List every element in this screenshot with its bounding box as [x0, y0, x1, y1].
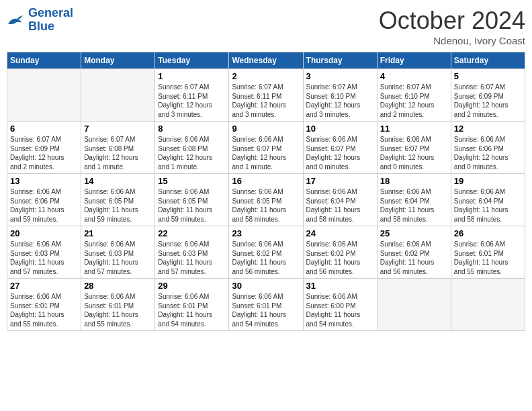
day-number: 27 — [10, 281, 78, 291]
calendar-cell: 28Sunrise: 6:06 AM Sunset: 6:01 PM Dayli… — [81, 279, 155, 331]
calendar-cell: 14Sunrise: 6:06 AM Sunset: 6:05 PM Dayli… — [81, 174, 155, 226]
calendar-cell — [377, 279, 451, 331]
day-info: Sunrise: 6:06 AM Sunset: 6:02 PM Dayligh… — [306, 240, 374, 276]
day-number: 9 — [232, 124, 300, 134]
day-info: Sunrise: 6:06 AM Sunset: 6:03 PM Dayligh… — [84, 240, 152, 276]
day-number: 7 — [84, 124, 152, 134]
calendar-cell — [81, 69, 155, 122]
day-number: 25 — [380, 228, 448, 238]
day-number: 29 — [158, 281, 226, 291]
day-number: 24 — [306, 228, 374, 238]
calendar-cell — [7, 69, 81, 122]
day-number: 22 — [158, 228, 226, 238]
day-info: Sunrise: 6:06 AM Sunset: 6:01 PM Dayligh… — [158, 292, 226, 328]
calendar-cell: 13Sunrise: 6:06 AM Sunset: 6:06 PM Dayli… — [7, 174, 81, 226]
day-info: Sunrise: 6:06 AM Sunset: 6:06 PM Dayligh… — [454, 135, 522, 171]
day-number: 28 — [84, 281, 152, 291]
day-number: 15 — [158, 176, 226, 186]
calendar-table: SundayMondayTuesdayWednesdayThursdayFrid… — [7, 52, 525, 331]
day-number: 8 — [158, 124, 226, 134]
calendar-cell: 3Sunrise: 6:07 AM Sunset: 6:10 PM Daylig… — [303, 69, 377, 122]
weekday-header-row: SundayMondayTuesdayWednesdayThursdayFrid… — [7, 52, 525, 69]
day-number: 30 — [232, 281, 300, 291]
calendar-cell: 12Sunrise: 6:06 AM Sunset: 6:06 PM Dayli… — [451, 122, 525, 174]
calendar-week-row: 6Sunrise: 6:07 AM Sunset: 6:09 PM Daylig… — [7, 122, 525, 174]
calendar-cell: 20Sunrise: 6:06 AM Sunset: 6:03 PM Dayli… — [7, 226, 81, 279]
day-info: Sunrise: 6:06 AM Sunset: 6:08 PM Dayligh… — [158, 135, 226, 171]
calendar-cell: 8Sunrise: 6:06 AM Sunset: 6:08 PM Daylig… — [155, 122, 229, 174]
calendar-cell: 1Sunrise: 6:07 AM Sunset: 6:11 PM Daylig… — [155, 69, 229, 122]
weekday-header: Saturday — [451, 52, 525, 69]
calendar-cell: 31Sunrise: 6:06 AM Sunset: 6:00 PM Dayli… — [303, 279, 377, 331]
day-info: Sunrise: 6:06 AM Sunset: 6:02 PM Dayligh… — [232, 240, 300, 276]
day-info: Sunrise: 6:07 AM Sunset: 6:10 PM Dayligh… — [380, 83, 448, 119]
location-subtitle: Ndenou, Ivory Coast — [379, 35, 525, 46]
logo-text: General Blue — [28, 7, 73, 34]
day-number: 16 — [232, 176, 300, 186]
calendar-cell: 23Sunrise: 6:06 AM Sunset: 6:02 PM Dayli… — [229, 226, 303, 279]
calendar-cell: 29Sunrise: 6:06 AM Sunset: 6:01 PM Dayli… — [155, 279, 229, 331]
calendar-cell: 27Sunrise: 6:06 AM Sunset: 6:01 PM Dayli… — [7, 279, 81, 331]
title-block: October 2024 Ndenou, Ivory Coast — [379, 7, 525, 46]
day-info: Sunrise: 6:07 AM Sunset: 6:08 PM Dayligh… — [84, 135, 152, 171]
weekday-header: Tuesday — [155, 52, 229, 69]
calendar-cell: 7Sunrise: 6:07 AM Sunset: 6:08 PM Daylig… — [81, 122, 155, 174]
calendar-cell: 11Sunrise: 6:06 AM Sunset: 6:07 PM Dayli… — [377, 122, 451, 174]
day-info: Sunrise: 6:07 AM Sunset: 6:11 PM Dayligh… — [232, 83, 300, 119]
weekday-header: Sunday — [7, 52, 81, 69]
day-info: Sunrise: 6:07 AM Sunset: 6:09 PM Dayligh… — [10, 135, 78, 171]
day-number: 19 — [454, 176, 522, 186]
weekday-header: Monday — [81, 52, 155, 69]
calendar-cell: 26Sunrise: 6:06 AM Sunset: 6:01 PM Dayli… — [451, 226, 525, 279]
page-header: General Blue October 2024 Ndenou, Ivory … — [7, 7, 525, 46]
calendar-cell: 22Sunrise: 6:06 AM Sunset: 6:03 PM Dayli… — [155, 226, 229, 279]
day-info: Sunrise: 6:06 AM Sunset: 6:00 PM Dayligh… — [306, 292, 374, 328]
day-info: Sunrise: 6:06 AM Sunset: 6:04 PM Dayligh… — [380, 187, 448, 224]
day-number: 6 — [10, 124, 78, 134]
day-number: 2 — [232, 71, 300, 81]
day-info: Sunrise: 6:06 AM Sunset: 6:01 PM Dayligh… — [84, 292, 152, 328]
day-number: 14 — [84, 176, 152, 186]
day-number: 1 — [158, 71, 226, 81]
day-info: Sunrise: 6:06 AM Sunset: 6:03 PM Dayligh… — [158, 240, 226, 276]
day-info: Sunrise: 6:06 AM Sunset: 6:03 PM Dayligh… — [10, 240, 78, 276]
calendar-cell: 30Sunrise: 6:06 AM Sunset: 6:01 PM Dayli… — [229, 279, 303, 331]
calendar-week-row: 1Sunrise: 6:07 AM Sunset: 6:11 PM Daylig… — [7, 69, 525, 122]
day-number: 31 — [306, 281, 374, 291]
day-number: 21 — [84, 228, 152, 238]
day-number: 3 — [306, 71, 374, 81]
calendar-cell: 18Sunrise: 6:06 AM Sunset: 6:04 PM Dayli… — [377, 174, 451, 226]
day-info: Sunrise: 6:07 AM Sunset: 6:11 PM Dayligh… — [158, 83, 226, 119]
calendar-cell: 9Sunrise: 6:06 AM Sunset: 6:07 PM Daylig… — [229, 122, 303, 174]
calendar-cell: 2Sunrise: 6:07 AM Sunset: 6:11 PM Daylig… — [229, 69, 303, 122]
day-number: 26 — [454, 228, 522, 238]
day-info: Sunrise: 6:06 AM Sunset: 6:06 PM Dayligh… — [10, 187, 78, 224]
day-info: Sunrise: 6:06 AM Sunset: 6:07 PM Dayligh… — [232, 135, 300, 171]
day-number: 20 — [10, 228, 78, 238]
weekday-header: Friday — [377, 52, 451, 69]
calendar-cell: 5Sunrise: 6:07 AM Sunset: 6:09 PM Daylig… — [451, 69, 525, 122]
calendar-cell: 16Sunrise: 6:06 AM Sunset: 6:05 PM Dayli… — [229, 174, 303, 226]
weekday-header: Thursday — [303, 52, 377, 69]
calendar-cell: 15Sunrise: 6:06 AM Sunset: 6:05 PM Dayli… — [155, 174, 229, 226]
calendar-cell: 25Sunrise: 6:06 AM Sunset: 6:02 PM Dayli… — [377, 226, 451, 279]
day-info: Sunrise: 6:07 AM Sunset: 6:10 PM Dayligh… — [306, 83, 374, 119]
day-number: 11 — [380, 124, 448, 134]
day-info: Sunrise: 6:06 AM Sunset: 6:07 PM Dayligh… — [380, 135, 448, 171]
logo-bird-icon — [7, 13, 26, 28]
day-info: Sunrise: 6:06 AM Sunset: 6:01 PM Dayligh… — [454, 240, 522, 276]
calendar-cell: 24Sunrise: 6:06 AM Sunset: 6:02 PM Dayli… — [303, 226, 377, 279]
day-info: Sunrise: 6:06 AM Sunset: 6:01 PM Dayligh… — [232, 292, 300, 328]
calendar-cell: 6Sunrise: 6:07 AM Sunset: 6:09 PM Daylig… — [7, 122, 81, 174]
day-info: Sunrise: 6:07 AM Sunset: 6:09 PM Dayligh… — [454, 83, 522, 119]
calendar-week-row: 27Sunrise: 6:06 AM Sunset: 6:01 PM Dayli… — [7, 279, 525, 331]
day-number: 23 — [232, 228, 300, 238]
day-info: Sunrise: 6:06 AM Sunset: 6:05 PM Dayligh… — [84, 187, 152, 224]
day-number: 17 — [306, 176, 374, 186]
day-number: 4 — [380, 71, 448, 81]
day-number: 18 — [380, 176, 448, 186]
calendar-cell: 10Sunrise: 6:06 AM Sunset: 6:07 PM Dayli… — [303, 122, 377, 174]
day-info: Sunrise: 6:06 AM Sunset: 6:07 PM Dayligh… — [306, 135, 374, 171]
day-number: 5 — [454, 71, 522, 81]
calendar-week-row: 13Sunrise: 6:06 AM Sunset: 6:06 PM Dayli… — [7, 174, 525, 226]
